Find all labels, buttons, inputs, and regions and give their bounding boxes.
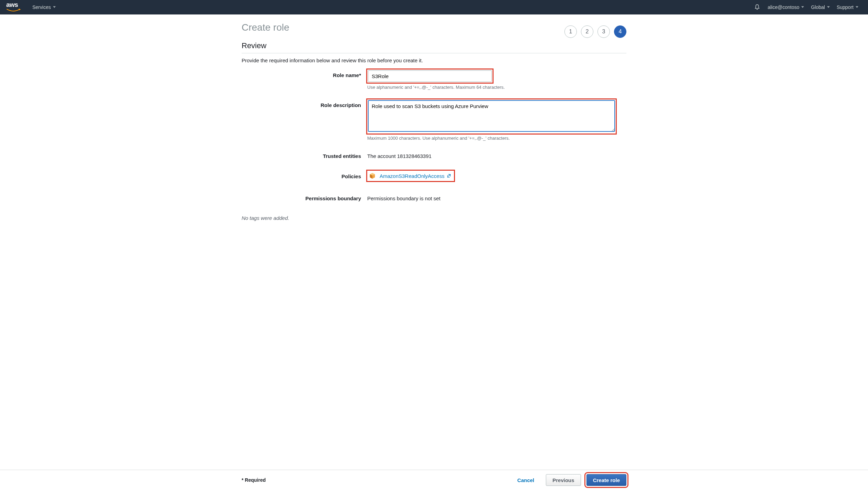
no-tags-text: No tags were added. [242, 215, 626, 221]
account-label: alice@contoso [768, 4, 799, 10]
step-3[interactable]: 3 [597, 25, 610, 38]
aws-logo-text: aws [6, 1, 21, 8]
permissions-boundary-label: Permissions boundary [242, 193, 367, 201]
page-title: Create role [242, 22, 289, 33]
trusted-entities-label: Trusted entities [242, 150, 367, 159]
services-menu[interactable]: Services [29, 0, 59, 14]
policy-link[interactable]: AmazonS3ReadOnlyAccess [380, 173, 451, 179]
trusted-entities-row: Trusted entities The account 18132846339… [242, 150, 626, 159]
top-navigation: aws Services alice@contoso Global Suppor… [0, 0, 868, 14]
chevron-down-icon [827, 6, 830, 8]
region-menu[interactable]: Global [807, 0, 833, 14]
chevron-down-icon [801, 6, 804, 8]
role-name-row: Role name* Use alphanumeric and '+=,.@-_… [242, 70, 626, 97]
section-subtext: Provide the required information below a… [242, 57, 626, 63]
role-name-label: Role name* [242, 70, 367, 78]
policies-row: Policies AmazonS3ReadOnlyAccess [242, 171, 626, 181]
account-menu[interactable]: alice@contoso [764, 0, 807, 14]
external-link-icon [446, 173, 451, 178]
role-name-input[interactable] [368, 70, 492, 82]
permissions-boundary-row: Permissions boundary Permissions boundar… [242, 193, 626, 201]
chevron-down-icon [856, 6, 858, 8]
support-label: Support [837, 4, 854, 10]
policy-link-text: AmazonS3ReadOnlyAccess [380, 173, 444, 179]
step-2[interactable]: 2 [581, 25, 593, 38]
bell-icon [754, 4, 761, 11]
wizard-steps: 1 2 3 4 [564, 25, 626, 38]
step-4[interactable]: 4 [614, 25, 626, 38]
support-menu[interactable]: Support [833, 0, 862, 14]
policies-label: Policies [242, 171, 367, 179]
role-description-row: Role description Maximum 1000 characters… [242, 99, 626, 148]
region-label: Global [811, 4, 825, 10]
role-description-input[interactable] [368, 100, 615, 132]
permissions-boundary-value: Permissions boundary is not set [367, 193, 626, 201]
role-name-hint: Use alphanumeric and '+=,.@-_' character… [367, 85, 626, 90]
chevron-down-icon [53, 6, 56, 8]
step-1[interactable]: 1 [564, 25, 577, 38]
notifications-button[interactable] [750, 0, 764, 14]
aws-smile-icon [6, 8, 21, 13]
aws-logo[interactable]: aws [6, 1, 21, 13]
services-label: Services [32, 4, 51, 10]
role-description-hint: Maximum 1000 characters. Use alphanumeri… [367, 136, 626, 141]
section-heading: Review [242, 41, 626, 53]
policy-cube-icon [369, 172, 376, 180]
role-description-label: Role description [242, 99, 367, 108]
trusted-entities-value: The account 181328463391 [367, 150, 626, 159]
page-content: Create role 1 2 3 4 Review Provide the r… [242, 14, 626, 255]
